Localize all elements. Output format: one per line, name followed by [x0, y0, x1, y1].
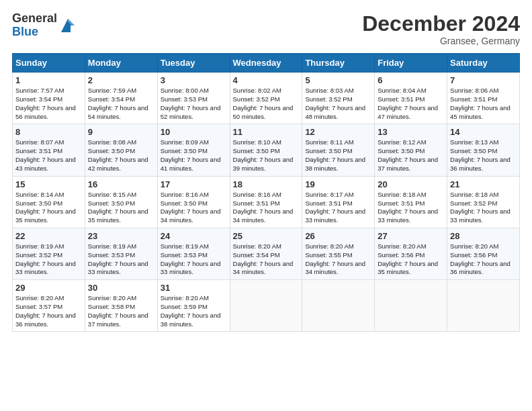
cell-info: Sunrise: 8:00 AM Sunset: 3:53 PM Dayligh… — [161, 87, 227, 121]
day-number: 15 — [15, 179, 82, 189]
week-row-2: 8Sunrise: 8:07 AM Sunset: 3:51 PM Daylig… — [13, 124, 520, 176]
header: General Blue December 2024 Gransee, Germ… — [12, 12, 520, 46]
day-number: 19 — [305, 179, 371, 189]
logo-blue-text: Blue — [12, 26, 57, 39]
day-number: 27 — [378, 231, 444, 241]
calendar-cell: 2Sunrise: 7:59 AM Sunset: 3:54 PM Daylig… — [85, 73, 157, 124]
calendar-cell: 31Sunrise: 8:20 AM Sunset: 3:59 PM Dayli… — [157, 280, 230, 332]
day-number: 25 — [233, 231, 300, 241]
cell-info: Sunrise: 8:20 AM Sunset: 3:56 PM Dayligh… — [378, 242, 444, 277]
cell-info: Sunrise: 8:07 AM Sunset: 3:51 PM Dayligh… — [15, 138, 82, 173]
cell-info: Sunrise: 8:20 AM Sunset: 3:56 PM Dayligh… — [450, 242, 517, 277]
day-number: 6 — [378, 75, 444, 85]
col-header-sunday: Sunday — [13, 54, 85, 73]
calendar-cell: 13Sunrise: 8:12 AM Sunset: 3:50 PM Dayli… — [375, 124, 447, 176]
calendar-cell — [375, 280, 447, 332]
calendar-cell: 14Sunrise: 8:13 AM Sunset: 3:50 PM Dayli… — [447, 124, 520, 176]
calendar-cell: 16Sunrise: 8:15 AM Sunset: 3:50 PM Dayli… — [85, 176, 157, 228]
day-number: 24 — [161, 231, 227, 241]
calendar-cell: 29Sunrise: 8:20 AM Sunset: 3:57 PM Dayli… — [13, 280, 85, 332]
day-number: 28 — [450, 231, 517, 241]
col-header-thursday: Thursday — [302, 54, 375, 73]
cell-info: Sunrise: 8:04 AM Sunset: 3:51 PM Dayligh… — [378, 87, 444, 121]
calendar-cell: 21Sunrise: 8:18 AM Sunset: 3:52 PM Dayli… — [447, 176, 520, 228]
logo-blue: Blue — [12, 25, 38, 38]
week-row-5: 29Sunrise: 8:20 AM Sunset: 3:57 PM Dayli… — [13, 280, 520, 332]
cell-info: Sunrise: 8:16 AM Sunset: 3:51 PM Dayligh… — [233, 191, 300, 225]
logo: General Blue — [12, 12, 77, 39]
cell-info: Sunrise: 8:19 AM Sunset: 3:53 PM Dayligh… — [88, 242, 154, 277]
cell-info: Sunrise: 7:57 AM Sunset: 3:54 PM Dayligh… — [15, 87, 82, 121]
calendar-cell: 9Sunrise: 8:08 AM Sunset: 3:50 PM Daylig… — [85, 124, 157, 176]
cell-info: Sunrise: 8:19 AM Sunset: 3:53 PM Dayligh… — [161, 242, 227, 277]
cell-info: Sunrise: 8:09 AM Sunset: 3:50 PM Dayligh… — [161, 138, 227, 173]
calendar-cell: 28Sunrise: 8:20 AM Sunset: 3:56 PM Dayli… — [447, 228, 520, 279]
cell-info: Sunrise: 8:19 AM Sunset: 3:52 PM Dayligh… — [15, 242, 82, 277]
week-row-4: 22Sunrise: 8:19 AM Sunset: 3:52 PM Dayli… — [13, 228, 520, 279]
calendar-cell: 12Sunrise: 8:11 AM Sunset: 3:50 PM Dayli… — [302, 124, 375, 176]
day-number: 23 — [88, 231, 154, 241]
cell-info: Sunrise: 8:06 AM Sunset: 3:51 PM Dayligh… — [450, 87, 517, 121]
col-header-saturday: Saturday — [447, 54, 520, 73]
calendar-cell: 26Sunrise: 8:20 AM Sunset: 3:55 PM Dayli… — [302, 228, 375, 279]
cell-info: Sunrise: 8:20 AM Sunset: 3:54 PM Dayligh… — [233, 242, 300, 277]
cell-info: Sunrise: 8:12 AM Sunset: 3:50 PM Dayligh… — [378, 138, 444, 173]
calendar-table: SundayMondayTuesdayWednesdayThursdayFrid… — [12, 53, 520, 332]
cell-info: Sunrise: 8:20 AM Sunset: 3:55 PM Dayligh… — [305, 242, 371, 277]
calendar-cell: 11Sunrise: 8:10 AM Sunset: 3:50 PM Dayli… — [230, 124, 302, 176]
month-title: December 2024 — [362, 12, 520, 36]
calendar-cell: 17Sunrise: 8:16 AM Sunset: 3:50 PM Dayli… — [157, 176, 230, 228]
day-number: 26 — [305, 231, 371, 241]
day-number: 2 — [88, 75, 154, 85]
calendar-cell: 19Sunrise: 8:17 AM Sunset: 3:51 PM Dayli… — [302, 176, 375, 228]
day-number: 21 — [450, 179, 517, 189]
day-number: 1 — [15, 75, 82, 85]
calendar-cell: 3Sunrise: 8:00 AM Sunset: 3:53 PM Daylig… — [157, 73, 230, 124]
cell-info: Sunrise: 7:59 AM Sunset: 3:54 PM Dayligh… — [88, 87, 154, 121]
cell-info: Sunrise: 8:20 AM Sunset: 3:57 PM Dayligh… — [15, 294, 82, 328]
title-block: December 2024 Gransee, Germany — [362, 12, 520, 46]
calendar-cell: 20Sunrise: 8:18 AM Sunset: 3:51 PM Dayli… — [375, 176, 447, 228]
calendar-cell: 24Sunrise: 8:19 AM Sunset: 3:53 PM Dayli… — [157, 228, 230, 279]
cell-info: Sunrise: 8:20 AM Sunset: 3:59 PM Dayligh… — [161, 294, 227, 328]
day-number: 17 — [161, 179, 227, 189]
page: General Blue December 2024 Gransee, Germ… — [0, 0, 532, 411]
day-number: 4 — [233, 75, 300, 85]
week-row-3: 15Sunrise: 8:14 AM Sunset: 3:50 PM Dayli… — [13, 176, 520, 228]
calendar-cell — [302, 280, 375, 332]
day-number: 16 — [88, 179, 154, 189]
cell-info: Sunrise: 8:13 AM Sunset: 3:50 PM Dayligh… — [450, 138, 517, 173]
col-header-friday: Friday — [375, 54, 447, 73]
day-number: 20 — [378, 179, 444, 189]
col-header-monday: Monday — [85, 54, 157, 73]
cell-info: Sunrise: 8:02 AM Sunset: 3:52 PM Dayligh… — [233, 87, 300, 121]
calendar-cell: 15Sunrise: 8:14 AM Sunset: 3:50 PM Dayli… — [13, 176, 85, 228]
day-number: 12 — [305, 127, 371, 137]
day-number: 7 — [450, 75, 517, 85]
calendar-cell: 30Sunrise: 8:20 AM Sunset: 3:58 PM Dayli… — [85, 280, 157, 332]
calendar-cell: 4Sunrise: 8:02 AM Sunset: 3:52 PM Daylig… — [230, 73, 302, 124]
calendar-cell: 7Sunrise: 8:06 AM Sunset: 3:51 PM Daylig… — [447, 73, 520, 124]
day-number: 18 — [233, 179, 300, 189]
calendar-cell — [447, 280, 520, 332]
day-number: 29 — [15, 283, 82, 293]
logo-text: General — [12, 12, 57, 26]
cell-info: Sunrise: 8:11 AM Sunset: 3:50 PM Dayligh… — [305, 138, 371, 173]
calendar-cell: 5Sunrise: 8:03 AM Sunset: 3:52 PM Daylig… — [302, 73, 375, 124]
day-number: 13 — [378, 127, 444, 137]
header-row: SundayMondayTuesdayWednesdayThursdayFrid… — [13, 54, 520, 73]
cell-info: Sunrise: 8:14 AM Sunset: 3:50 PM Dayligh… — [15, 191, 82, 225]
calendar-cell: 1Sunrise: 7:57 AM Sunset: 3:54 PM Daylig… — [13, 73, 85, 124]
cell-info: Sunrise: 8:16 AM Sunset: 3:50 PM Dayligh… — [161, 191, 227, 225]
calendar-cell: 22Sunrise: 8:19 AM Sunset: 3:52 PM Dayli… — [13, 228, 85, 279]
day-number: 3 — [161, 75, 227, 85]
day-number: 30 — [88, 283, 154, 293]
col-header-wednesday: Wednesday — [230, 54, 302, 73]
calendar-cell: 25Sunrise: 8:20 AM Sunset: 3:54 PM Dayli… — [230, 228, 302, 279]
day-number: 14 — [450, 127, 517, 137]
day-number: 9 — [88, 127, 154, 137]
day-number: 22 — [15, 231, 82, 241]
day-number: 31 — [161, 283, 227, 293]
day-number: 10 — [161, 127, 227, 137]
cell-info: Sunrise: 8:10 AM Sunset: 3:50 PM Dayligh… — [233, 138, 300, 173]
